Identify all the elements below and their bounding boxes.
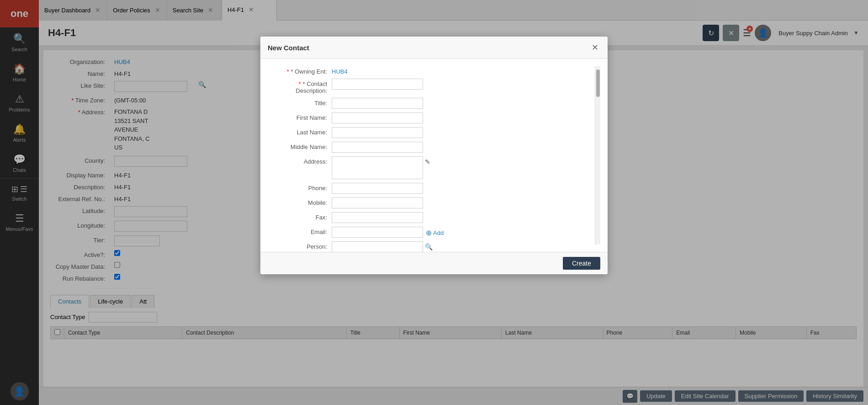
- mf-mobile-row: Mobile:: [268, 197, 590, 208]
- mf-middle-name-label: Middle Name:: [268, 142, 332, 150]
- modal-overlay: New Contact ✕ * Owning Ent: HUB4 * Conta…: [0, 0, 868, 405]
- mf-middle-name-input[interactable]: [332, 142, 423, 153]
- mf-address-row: Address: ✎: [268, 156, 590, 179]
- mf-middle-name-row: Middle Name:: [268, 142, 590, 153]
- modal-close-button[interactable]: ✕: [589, 42, 600, 53]
- modal-header: New Contact ✕: [260, 37, 608, 59]
- mf-mobile-input[interactable]: [332, 197, 423, 208]
- mf-email-label: Email:: [268, 227, 332, 235]
- mf-fax-input[interactable]: [332, 212, 423, 223]
- mf-fax-row: Fax:: [268, 212, 590, 223]
- mf-contact-desc-input[interactable]: [332, 79, 423, 90]
- modal-form: * Owning Ent: HUB4 * Contact Description…: [268, 66, 590, 245]
- mf-contact-desc-row: * Contact Description:: [268, 79, 590, 94]
- mf-person-label: Person:: [268, 241, 332, 250]
- mf-address-input[interactable]: [332, 156, 423, 179]
- mf-first-name-label: First Name:: [268, 112, 332, 121]
- new-contact-modal: New Contact ✕ * Owning Ent: HUB4 * Conta…: [260, 37, 608, 274]
- modal-body: * Owning Ent: HUB4 * Contact Description…: [260, 59, 608, 252]
- mf-owning-ent-label: * Owning Ent:: [268, 66, 332, 75]
- mf-first-name-input[interactable]: [332, 112, 423, 123]
- mf-title-input[interactable]: [332, 98, 423, 109]
- mf-contact-desc-label: * Contact Description:: [268, 79, 332, 94]
- modal-scrollbar-thumb: [596, 69, 600, 97]
- mf-mobile-label: Mobile:: [268, 197, 332, 206]
- mf-email-row: Email: ⊕ Add: [268, 227, 590, 238]
- modal-scrollbar[interactable]: [595, 66, 600, 245]
- mf-phone-row: Phone:: [268, 183, 590, 194]
- address-edit-icon[interactable]: ✎: [425, 156, 430, 165]
- mf-email-add-button[interactable]: ⊕ Add: [426, 227, 444, 237]
- mf-person-input[interactable]: [332, 241, 423, 252]
- mf-phone-input[interactable]: [332, 183, 423, 194]
- mf-owning-ent-value[interactable]: HUB4: [332, 66, 348, 75]
- mf-fax-label: Fax:: [268, 212, 332, 221]
- mf-address-label: Address:: [268, 156, 332, 165]
- modal-footer: Create: [260, 252, 608, 274]
- modal-title: New Contact: [268, 44, 309, 52]
- mf-email-input[interactable]: [332, 227, 423, 238]
- add-icon: ⊕: [426, 229, 432, 237]
- mf-first-name-row: First Name:: [268, 112, 590, 123]
- mf-last-name-row: Last Name:: [268, 127, 590, 138]
- mf-phone-label: Phone:: [268, 183, 332, 192]
- mf-last-name-label: Last Name:: [268, 127, 332, 136]
- mf-title-row: Title:: [268, 98, 590, 109]
- mf-last-name-input[interactable]: [332, 127, 423, 138]
- mf-title-label: Title:: [268, 98, 332, 107]
- mf-owning-ent-row: * Owning Ent: HUB4: [268, 66, 590, 75]
- person-search-icon[interactable]: 🔍: [425, 241, 433, 250]
- create-button[interactable]: Create: [563, 257, 600, 270]
- mf-person-row: Person: 🔍: [268, 241, 590, 252]
